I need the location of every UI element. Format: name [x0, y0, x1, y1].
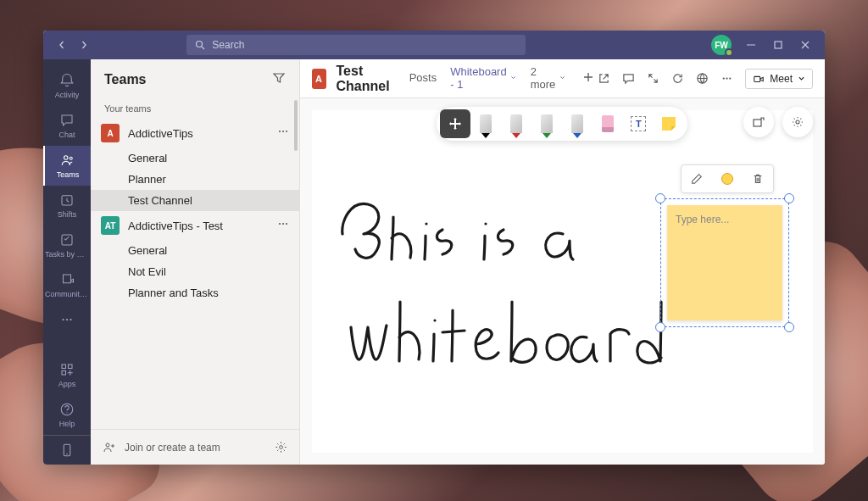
- channel-avatar: A: [312, 69, 326, 89]
- presence-indicator: [725, 48, 733, 57]
- resize-handle-br[interactable]: [784, 322, 794, 332]
- expand-icon[interactable]: [647, 72, 659, 85]
- window-maximize-button[interactable]: [771, 37, 786, 53]
- svg-point-19: [281, 131, 283, 132]
- channel-general[interactable]: General: [91, 148, 299, 169]
- svg-point-28: [726, 77, 728, 79]
- filter-button[interactable]: [272, 71, 286, 88]
- note-delete-button[interactable]: [752, 173, 764, 185]
- team-row-addictivetips[interactable]: A AddictiveTips: [91, 119, 299, 148]
- whiteboard-toolbar: T: [437, 107, 687, 141]
- tool-move[interactable]: [440, 109, 470, 138]
- svg-point-18: [278, 131, 280, 132]
- resize-handle-tr[interactable]: [784, 193, 794, 203]
- whiteboard-export-button[interactable]: [743, 107, 774, 137]
- svg-point-4: [64, 156, 69, 160]
- svg-point-0: [197, 42, 203, 47]
- channel-planner[interactable]: Planner: [91, 169, 299, 190]
- rail-help[interactable]: Help: [43, 395, 91, 435]
- rail-tasks-by-planner[interactable]: Tasks by Pla...: [43, 225, 91, 265]
- team-name: AddictiveTips - Test: [128, 220, 269, 232]
- app-left-rail: Activity Chat Teams Shifts Tasks by Pla.…: [43, 59, 91, 465]
- user-avatar[interactable]: FW: [711, 35, 732, 55]
- team-avatar: AT: [101, 216, 120, 235]
- tab-more[interactable]: 2 more: [531, 59, 566, 103]
- svg-point-9: [66, 319, 68, 320]
- join-create-team-button[interactable]: Join or create a team: [125, 442, 266, 454]
- svg-rect-11: [62, 365, 66, 369]
- tool-pen-blue[interactable]: [562, 109, 593, 138]
- tool-eraser[interactable]: [593, 109, 623, 138]
- channel-test-channel[interactable]: Test Channel: [91, 190, 299, 211]
- scrollbar[interactable]: [294, 100, 298, 151]
- nav-forward-button[interactable]: [74, 35, 94, 55]
- svg-point-20: [285, 131, 287, 132]
- team-more-button[interactable]: [277, 125, 289, 141]
- sticky-note-selected[interactable]: Type here...: [660, 198, 789, 327]
- svg-point-35: [433, 319, 436, 321]
- rail-apps[interactable]: Apps: [43, 355, 91, 395]
- your-teams-label: Your teams: [91, 100, 299, 119]
- svg-point-10: [70, 319, 71, 320]
- whiteboard-settings-button[interactable]: [782, 107, 813, 137]
- tab-whiteboard[interactable]: Whiteboard - 1: [450, 59, 516, 103]
- tab-posts[interactable]: Posts: [409, 61, 437, 96]
- resize-handle-tl[interactable]: [655, 193, 665, 203]
- svg-point-21: [278, 223, 280, 225]
- team-row-addictivetips-test[interactable]: AT AddictiveTips - Test: [91, 211, 299, 240]
- more-options-icon[interactable]: [721, 72, 733, 85]
- svg-point-17: [66, 454, 68, 455]
- meet-button[interactable]: Meet: [745, 69, 813, 89]
- rail-teams[interactable]: Teams: [43, 146, 91, 186]
- svg-rect-13: [62, 371, 66, 376]
- open-external-icon[interactable]: [598, 72, 610, 85]
- note-color-button[interactable]: [721, 173, 733, 185]
- whiteboard-area[interactable]: T: [300, 98, 825, 465]
- tool-text[interactable]: T: [623, 109, 654, 138]
- chevron-down-icon: [798, 75, 805, 82]
- refresh-icon[interactable]: [671, 72, 684, 85]
- svg-point-33: [425, 222, 427, 225]
- tool-pen-red[interactable]: [501, 109, 531, 138]
- rail-chat[interactable]: Chat: [43, 106, 91, 146]
- svg-point-34: [484, 222, 487, 225]
- nav-back-button[interactable]: [52, 35, 72, 55]
- team-avatar: A: [101, 124, 120, 142]
- svg-rect-30: [754, 76, 760, 81]
- handwritten-content[interactable]: [334, 192, 690, 390]
- add-tab-button[interactable]: [579, 68, 598, 90]
- manage-teams-gear-icon[interactable]: [275, 441, 287, 454]
- channel-not-evil[interactable]: Not Evil: [91, 261, 299, 282]
- globe-icon[interactable]: [696, 72, 709, 85]
- sticky-note[interactable]: Type here...: [667, 205, 782, 320]
- svg-point-29: [729, 77, 731, 79]
- search-icon: [195, 40, 205, 50]
- channel-general-2[interactable]: General: [91, 240, 299, 261]
- tool-sticky-note[interactable]: [654, 109, 684, 138]
- teams-app-window: Search FW Activity: [43, 31, 825, 465]
- tool-pen-black[interactable]: [470, 109, 501, 138]
- svg-rect-3: [775, 42, 782, 48]
- window-minimize-button[interactable]: [743, 37, 759, 53]
- rail-more[interactable]: [43, 305, 91, 334]
- search-input[interactable]: Search: [186, 35, 526, 55]
- channel-header: A Test Channel Posts Whiteboard - 1 2 mo…: [300, 59, 825, 98]
- svg-point-22: [281, 223, 283, 225]
- titlebar: Search FW: [43, 31, 825, 59]
- rail-mobile[interactable]: [43, 435, 91, 465]
- svg-point-27: [723, 77, 725, 79]
- teams-panel-title: Teams: [104, 72, 147, 87]
- team-more-button[interactable]: [277, 218, 289, 233]
- note-edit-button[interactable]: [691, 173, 703, 185]
- rail-shifts[interactable]: Shifts: [43, 186, 91, 225]
- sticky-note-toolbar: [681, 164, 774, 193]
- conversation-icon[interactable]: [622, 72, 635, 85]
- channel-planner-tasks[interactable]: Planner and Tasks: [91, 282, 299, 303]
- chevron-down-icon: [559, 74, 565, 81]
- rail-communities[interactable]: Communities: [43, 265, 91, 305]
- rail-activity[interactable]: Activity: [43, 66, 91, 106]
- resize-handle-bl[interactable]: [655, 322, 665, 332]
- tool-pen-green[interactable]: [531, 109, 562, 138]
- window-close-button[interactable]: [798, 37, 813, 53]
- svg-line-1: [202, 47, 204, 49]
